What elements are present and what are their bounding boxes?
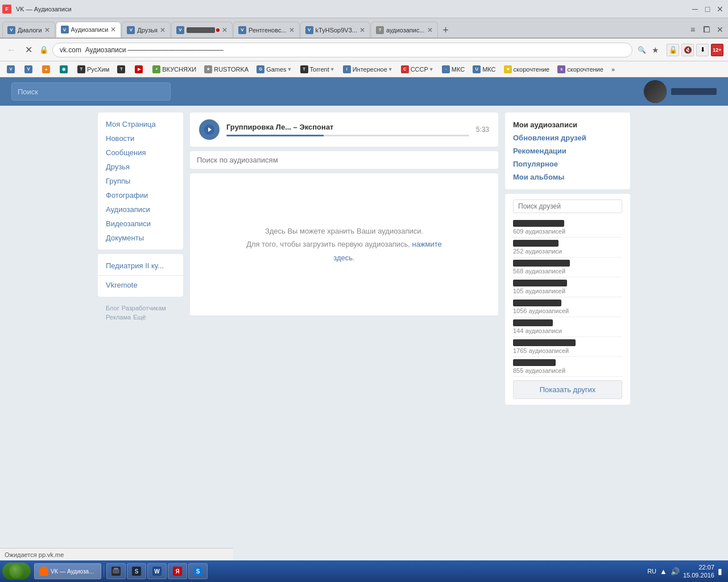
player-progress-bar[interactable] bbox=[226, 135, 469, 136]
taskbar-show-desktop-icon[interactable]: ▮ bbox=[718, 567, 722, 576]
address-input[interactable] bbox=[52, 43, 632, 57]
taskbar-tanks-icon bbox=[111, 567, 121, 576]
tab-friends-close-icon[interactable]: ✕ bbox=[160, 26, 166, 34]
sidebar-item-vkremote[interactable]: Vkremote bbox=[98, 278, 183, 292]
sidebar-item-news[interactable]: Новости bbox=[98, 131, 183, 146]
window-close-button[interactable]: ✕ bbox=[714, 24, 726, 35]
right-menu-popular[interactable]: Популярное bbox=[513, 157, 622, 171]
footer-link-ads[interactable]: Реклама bbox=[106, 314, 131, 321]
taskbar-tanks-button[interactable] bbox=[106, 563, 126, 579]
sidebar-item-groups[interactable]: Группы bbox=[98, 174, 183, 188]
upload-link[interactable]: нажмитездесь bbox=[333, 240, 442, 261]
maximize-button[interactable]: □ bbox=[702, 3, 713, 15]
tab-audiozapis[interactable]: ? аудиозапис... ✕ bbox=[371, 22, 438, 38]
tab-audiozapis-close-icon[interactable]: ✕ bbox=[427, 26, 433, 34]
taskbar-yandex-button[interactable]: Я bbox=[168, 563, 187, 579]
friend-item-6[interactable]: 144 аудиозаписи bbox=[513, 317, 622, 337]
sidebar-item-friends[interactable]: Друзья bbox=[98, 160, 183, 174]
sidebar-item-my-page[interactable]: Моя Страница bbox=[98, 117, 183, 131]
sidebar-item-pediatria[interactable]: Педиатрия II ку... bbox=[98, 259, 183, 273]
taskbar-clock[interactable]: 22:07 15.09.2016 bbox=[683, 563, 714, 580]
extension-icon-3[interactable]: ⬇ bbox=[696, 44, 709, 56]
friend-item-4[interactable]: 105 аудиозаписей bbox=[513, 277, 622, 297]
menu-button[interactable]: ≡ bbox=[687, 24, 698, 35]
right-menu-my-albums[interactable]: Мои альбомы bbox=[513, 171, 622, 184]
bookmark-skorochenie[interactable]: sскорочтение bbox=[554, 64, 607, 74]
friend-item-7[interactable]: 1765 аудиозаписей bbox=[513, 337, 622, 357]
friend-item-2[interactable]: 252 аудиозаписи bbox=[513, 238, 622, 257]
right-menu-friends-updates[interactable]: Обновления друзей bbox=[513, 131, 622, 144]
restore-button[interactable]: ⧠ bbox=[701, 24, 712, 35]
player-time: 5:33 bbox=[476, 126, 489, 134]
sidebar-item-audio[interactable]: Аудиозаписи bbox=[98, 202, 183, 217]
tab-rentgen[interactable]: V Рентгеновс... ✕ bbox=[233, 22, 300, 38]
star-bookmark-icon[interactable]: ★ bbox=[650, 44, 661, 56]
tab-audio-close-icon[interactable]: ✕ bbox=[110, 26, 116, 34]
sidebar-item-photos[interactable]: Фотографии bbox=[98, 188, 183, 202]
friend-item-5[interactable]: 1056 аудиозаписей bbox=[513, 297, 622, 317]
bookmark-t2[interactable]: T bbox=[114, 64, 130, 74]
vk-search-box[interactable]: Поиск bbox=[11, 82, 171, 101]
audio-search-input[interactable] bbox=[197, 156, 491, 164]
footer-link-more[interactable]: Ещё bbox=[133, 314, 146, 321]
bookmark-rushim[interactable]: TРусХим bbox=[74, 64, 113, 74]
friend-item-1[interactable]: 609 аудиозаписей bbox=[513, 218, 622, 238]
minimize-button[interactable]: ─ bbox=[689, 3, 701, 15]
taskbar-up-icon[interactable]: ▲ bbox=[660, 567, 667, 576]
tab-close-icon[interactable]: ✕ bbox=[44, 26, 50, 34]
friends-search-input[interactable] bbox=[513, 199, 622, 213]
refresh-button[interactable]: ✕ bbox=[22, 43, 35, 57]
bookmark-more[interactable]: » bbox=[608, 65, 618, 74]
show-others-button[interactable]: Показать других bbox=[513, 380, 622, 399]
new-tab-button[interactable]: + bbox=[439, 23, 453, 38]
right-menu-recommendations[interactable]: Рекомендации bbox=[513, 144, 622, 157]
bookmark-teal[interactable]: ◉ bbox=[56, 64, 73, 74]
bookmark-vk1[interactable]: V bbox=[3, 64, 20, 74]
tab-ktyn-close-icon[interactable]: ✕ bbox=[359, 26, 365, 34]
right-menu-my-audio[interactable]: Мои аудиозаписи bbox=[513, 118, 622, 131]
bookmark-interesting[interactable]: iИнтересное▼ bbox=[340, 64, 396, 74]
status-text: Ожидается pp.vk.me bbox=[5, 551, 64, 558]
close-button[interactable]: ✕ bbox=[714, 3, 726, 15]
bookmark-useless-web[interactable]: ★скорочтение bbox=[500, 64, 553, 74]
taskbar-browser-button[interactable]: VK — Аудиозаписи bbox=[34, 563, 101, 579]
bookmark-games[interactable]: GGames▼ bbox=[253, 64, 295, 74]
bookmark-mks2[interactable]: UМКС bbox=[469, 64, 499, 74]
bookmark-torrent[interactable]: TTorrent▼ bbox=[297, 64, 338, 74]
bookmark-rustorka[interactable]: ★RUSTORKA bbox=[201, 64, 252, 74]
tab-redacted[interactable]: V ✕ bbox=[171, 22, 233, 38]
player-disc[interactable] bbox=[199, 119, 220, 140]
taskbar-lang-indicator[interactable]: RU bbox=[647, 568, 656, 575]
extension-icon-age[interactable]: 12+ bbox=[711, 44, 723, 56]
user-avatar[interactable] bbox=[644, 80, 667, 103]
tab-redacted-close-icon[interactable]: ✕ bbox=[222, 26, 228, 34]
taskbar-skype-button[interactable]: S bbox=[188, 563, 208, 579]
bookmark-vk2[interactable]: V bbox=[21, 64, 38, 74]
back-button[interactable]: ← bbox=[5, 43, 18, 57]
friend-item-3[interactable]: 568 аудиозаписей bbox=[513, 257, 622, 277]
start-button[interactable] bbox=[2, 563, 31, 580]
bookmark-vkusnyahi[interactable]: +ВКУСНЯХИ bbox=[149, 64, 200, 74]
tab-rentgen-close-icon[interactable]: ✕ bbox=[289, 26, 295, 34]
footer-link-dev[interactable]: Разработчикам bbox=[122, 305, 166, 311]
tab-ktyn[interactable]: V kTyHSop9V3... ✕ bbox=[300, 22, 370, 38]
extension-icon-2[interactable]: 🔇 bbox=[681, 44, 694, 56]
tab-friends-label: Друзья bbox=[137, 27, 158, 34]
sidebar-item-docs[interactable]: Документы bbox=[98, 231, 183, 245]
taskbar-yandex-icon: Я bbox=[173, 567, 182, 576]
bookmark-mks1[interactable]: →МКС bbox=[439, 64, 468, 74]
bookmark-yt[interactable]: ▶ bbox=[131, 64, 148, 74]
taskbar-volume-icon[interactable]: 🔊 bbox=[671, 567, 680, 576]
tab-audio[interactable]: V Аудиозаписи ✕ bbox=[56, 22, 122, 38]
footer-link-blog[interactable]: Блог bbox=[106, 305, 119, 311]
bookmark-orange[interactable]: ● bbox=[39, 64, 55, 74]
sidebar-item-messages[interactable]: Сообщения bbox=[98, 146, 183, 160]
sidebar-item-video[interactable]: Видеозаписи bbox=[98, 217, 183, 231]
tab-friends[interactable]: V Друзья ✕ bbox=[122, 22, 171, 38]
taskbar-word-button[interactable]: W bbox=[147, 563, 167, 579]
bookmark-sssr[interactable]: CСССР▼ bbox=[398, 64, 437, 74]
taskbar-steam-button[interactable]: S bbox=[127, 563, 146, 579]
extension-icon-1[interactable]: 🔓 bbox=[667, 44, 679, 56]
friend-item-8[interactable]: 855 аудиозаписей bbox=[513, 357, 622, 377]
tab-dialogi[interactable]: V Диалоги ✕ bbox=[2, 22, 55, 38]
